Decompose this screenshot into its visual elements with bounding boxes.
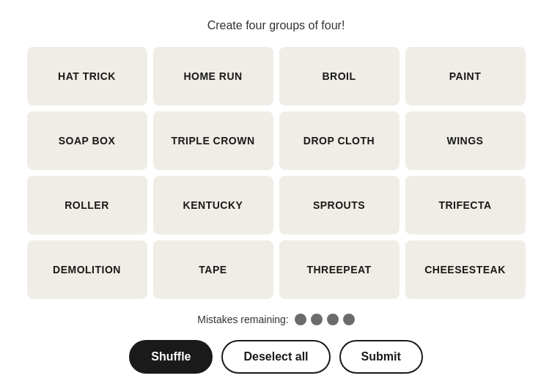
- tile-label-home-run: HOME RUN: [183, 70, 242, 82]
- mistake-dot-1: [295, 314, 306, 325]
- tile-hat-trick[interactable]: HAT TRICK: [27, 47, 147, 106]
- tile-label-threepeat: THREEPEAT: [306, 264, 371, 275]
- buttons-row: Shuffle Deselect all Submit: [129, 340, 423, 374]
- tile-label-kentucky: KENTUCKY: [183, 199, 243, 211]
- mistake-dot-3: [327, 314, 339, 325]
- tile-threepeat[interactable]: THREEPEAT: [279, 240, 400, 299]
- tile-label-hat-trick: HAT TRICK: [58, 70, 116, 82]
- tile-label-wings: WINGS: [447, 135, 484, 147]
- mistake-dot-2: [311, 314, 323, 325]
- tile-paint[interactable]: PAINT: [405, 47, 526, 106]
- tile-home-run[interactable]: HOME RUN: [153, 47, 273, 106]
- tile-label-trifecta: TRIFECTA: [438, 199, 491, 211]
- shuffle-button[interactable]: Shuffle: [129, 340, 213, 374]
- tile-tape[interactable]: TAPE: [153, 240, 273, 299]
- tile-label-demolition: DEMOLITION: [53, 264, 121, 275]
- tile-trifecta[interactable]: TRIFECTA: [405, 176, 526, 234]
- instruction-text: Create four groups of four!: [207, 19, 345, 32]
- tile-drop-cloth[interactable]: DROP CLOTH: [279, 111, 400, 170]
- tile-label-paint: PAINT: [449, 70, 481, 82]
- tile-demolition[interactable]: DEMOLITION: [27, 240, 147, 299]
- game-container: Create four groups of four! HAT TRICKHOM…: [12, 4, 540, 388]
- mistake-dot-4: [343, 314, 355, 325]
- tile-broil[interactable]: BROIL: [279, 47, 400, 106]
- mistakes-row: Mistakes remaining:: [197, 314, 355, 325]
- tile-triple-crown[interactable]: TRIPLE CROWN: [153, 111, 273, 170]
- tile-label-sprouts: SPROUTS: [313, 199, 365, 211]
- tile-cheesesteak[interactable]: CHEESESTEAK: [405, 240, 526, 299]
- mistakes-dots: [295, 314, 355, 325]
- tiles-grid: HAT TRICKHOME RUNBROILPAINTSOAP BOXTRIPL…: [27, 47, 526, 299]
- mistakes-label: Mistakes remaining:: [197, 314, 289, 325]
- deselect-button[interactable]: Deselect all: [221, 340, 330, 374]
- tile-label-roller: ROLLER: [65, 199, 109, 211]
- tile-label-triple-crown: TRIPLE CROWN: [171, 135, 254, 147]
- tile-roller[interactable]: ROLLER: [27, 176, 147, 234]
- tile-label-soap-box: SOAP BOX: [59, 135, 116, 147]
- tile-label-tape: TAPE: [199, 264, 227, 275]
- tile-sprouts[interactable]: SPROUTS: [279, 176, 400, 234]
- tile-soap-box[interactable]: SOAP BOX: [27, 111, 147, 170]
- tile-label-broil: BROIL: [322, 70, 356, 82]
- tile-wings[interactable]: WINGS: [405, 111, 526, 170]
- submit-button[interactable]: Submit: [339, 340, 423, 374]
- tile-label-cheesesteak: CHEESESTEAK: [424, 264, 506, 275]
- tile-label-drop-cloth: DROP CLOTH: [303, 135, 375, 147]
- tile-kentucky[interactable]: KENTUCKY: [153, 176, 273, 234]
